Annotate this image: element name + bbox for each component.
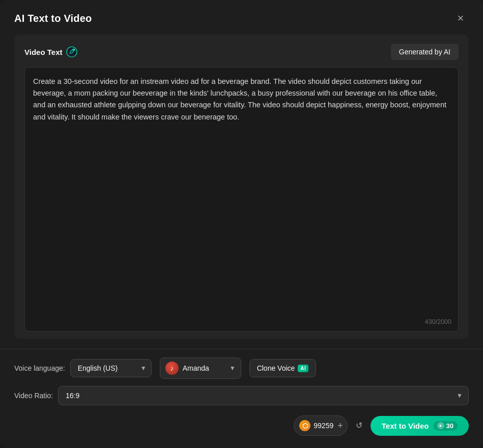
cost-icon: ● bbox=[437, 422, 444, 429]
footer-row: ⬡ 99259 + ↺ Text to Video ● 30 bbox=[0, 405, 483, 448]
voice-language-select[interactable]: English (US) English (UK) Spanish French… bbox=[70, 359, 152, 377]
video-ratio-row: Video Ratio: 16:9 9:16 1:1 4:3 ▼ bbox=[0, 379, 483, 405]
svg-point-0 bbox=[67, 47, 77, 57]
button-cost-badge: ● 30 bbox=[433, 421, 458, 431]
voice-language-group: Voice language: English (US) English (UK… bbox=[14, 359, 152, 377]
credits-amount: 99259 bbox=[314, 422, 333, 430]
ai-edit-icon bbox=[66, 46, 77, 57]
cost-amount: 30 bbox=[446, 422, 453, 430]
credits-coin-icon: ⬡ bbox=[299, 420, 310, 431]
voice-selector[interactable]: ♪ Amanda ▼ bbox=[160, 357, 241, 379]
video-ratio-select-wrapper: 16:9 9:16 1:1 4:3 ▼ bbox=[58, 386, 469, 405]
video-ratio-select[interactable]: 16:9 9:16 1:1 4:3 bbox=[58, 386, 469, 405]
voice-language-select-wrapper: English (US) English (UK) Spanish French… bbox=[70, 359, 152, 377]
dialog-header: AI Text to Video × bbox=[0, 0, 483, 35]
text-to-video-label: Text to Video bbox=[382, 422, 429, 430]
voice-chevron-icon: ▼ bbox=[230, 365, 236, 372]
generated-by-ai-button[interactable]: Generated by AI bbox=[391, 44, 459, 60]
section-title: Video Text bbox=[24, 48, 62, 56]
voice-name: Amanda bbox=[183, 364, 225, 372]
credits-add-button[interactable]: + bbox=[336, 421, 344, 430]
clone-voice-button[interactable]: Clone Voice AI bbox=[249, 359, 317, 377]
clone-voice-label: Clone Voice bbox=[257, 364, 295, 372]
close-button[interactable]: × bbox=[452, 10, 469, 26]
text-area-wrapper: 430/2000 bbox=[24, 67, 459, 332]
dialog-body: Video Text Generated by AI 43 bbox=[0, 35, 483, 349]
section-title-group: Video Text bbox=[24, 46, 77, 57]
text-to-video-button[interactable]: Text to Video ● 30 bbox=[371, 416, 469, 436]
voice-language-label: Voice language: bbox=[14, 364, 65, 372]
voice-controls-row: Voice language: English (US) English (UK… bbox=[0, 349, 483, 379]
video-text-input[interactable] bbox=[24, 67, 459, 332]
refresh-icon: ↺ bbox=[356, 421, 362, 430]
char-count: 430/2000 bbox=[425, 318, 451, 325]
credits-refresh-button[interactable]: ↺ bbox=[354, 422, 364, 430]
voice-avatar: ♪ bbox=[165, 362, 179, 375]
video-text-section: Video Text Generated by AI 43 bbox=[14, 35, 469, 339]
credits-display: ⬡ 99259 + bbox=[294, 415, 347, 436]
clone-voice-ai-badge: AI bbox=[298, 365, 308, 372]
video-ratio-label: Video Ratio: bbox=[14, 392, 53, 400]
dialog-title: AI Text to Video bbox=[14, 13, 92, 24]
section-header: Video Text Generated by AI bbox=[24, 44, 459, 60]
ai-text-to-video-dialog: AI Text to Video × Video Text bbox=[0, 0, 483, 448]
svg-point-2 bbox=[74, 49, 75, 50]
